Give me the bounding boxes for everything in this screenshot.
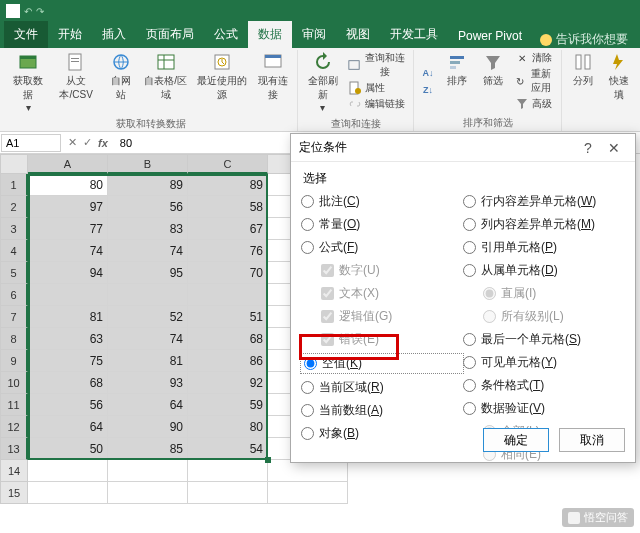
redo-icon[interactable]: ↷ [36, 6, 44, 17]
opt-last-cell[interactable]: 最后一个单元格(S) [463, 331, 625, 348]
cell[interactable] [28, 284, 108, 306]
opt-blanks[interactable]: 空值(K) [301, 354, 463, 373]
tab-review[interactable]: 审阅 [292, 21, 336, 48]
refresh-all-button[interactable]: 全部刷新▾ [302, 50, 343, 115]
ok-button[interactable]: 确定 [483, 428, 549, 452]
cell[interactable]: 58 [188, 196, 268, 218]
tab-layout[interactable]: 页面布局 [136, 21, 204, 48]
cell[interactable]: 50 [28, 438, 108, 460]
from-table-button[interactable]: 自表格/区域 [140, 50, 191, 115]
cell[interactable]: 68 [28, 372, 108, 394]
cell[interactable]: 56 [108, 196, 188, 218]
cell[interactable] [268, 482, 348, 504]
opt-dependents[interactable]: 从属单元格(D) [463, 262, 625, 279]
cell[interactable] [28, 460, 108, 482]
cell[interactable]: 97 [28, 196, 108, 218]
edit-links-button[interactable]: 编辑链接 [345, 96, 409, 112]
sort-desc-button[interactable]: Z↓ [418, 82, 438, 98]
opt-comments[interactable]: 批注(C) [301, 193, 463, 210]
cell[interactable]: 80 [188, 416, 268, 438]
row-header[interactable]: 6 [0, 284, 28, 306]
cell[interactable] [188, 284, 268, 306]
col-header[interactable]: B [108, 154, 188, 174]
cell[interactable]: 90 [108, 416, 188, 438]
cell[interactable] [268, 460, 348, 482]
cell[interactable]: 54 [188, 438, 268, 460]
name-box[interactable] [1, 134, 61, 152]
cell[interactable]: 81 [108, 350, 188, 372]
row-header[interactable]: 12 [0, 416, 28, 438]
cell[interactable]: 52 [108, 306, 188, 328]
from-csv-button[interactable]: 从文本/CSV [50, 50, 102, 115]
cancel-icon[interactable]: ✕ [68, 136, 77, 149]
fx-icon[interactable]: fx [98, 137, 108, 149]
cell[interactable]: 74 [28, 240, 108, 262]
queries-conn-button[interactable]: 查询和连接 [345, 50, 409, 80]
cell[interactable]: 63 [28, 328, 108, 350]
cell[interactable]: 93 [108, 372, 188, 394]
select-all-corner[interactable] [0, 154, 28, 174]
text-to-columns-button[interactable]: 分列 [566, 50, 600, 104]
dialog-titlebar[interactable]: 定位条件 ? ✕ [291, 134, 635, 162]
tab-home[interactable]: 开始 [48, 21, 92, 48]
opt-formulas[interactable]: 公式(F) [301, 239, 463, 256]
properties-button[interactable]: 属性 [345, 80, 409, 96]
row-header[interactable]: 15 [0, 482, 28, 504]
opt-objects[interactable]: 对象(B) [301, 425, 463, 442]
sort-asc-button[interactable]: A↓ [418, 65, 438, 81]
col-header[interactable]: A [28, 154, 108, 174]
get-data-button[interactable]: 获取数据▾ [8, 50, 48, 115]
existing-conn-button[interactable]: 现有连接 [253, 50, 293, 115]
row-header[interactable]: 3 [0, 218, 28, 240]
row-header[interactable]: 11 [0, 394, 28, 416]
clear-filter-button[interactable]: ✕清除 [512, 50, 557, 66]
opt-precedents[interactable]: 引用单元格(P) [463, 239, 625, 256]
tell-me[interactable]: 告诉我你想要 [540, 31, 628, 48]
opt-visible[interactable]: 可见单元格(Y) [463, 354, 625, 371]
cell[interactable]: 85 [108, 438, 188, 460]
cell[interactable]: 64 [108, 394, 188, 416]
cell[interactable]: 76 [188, 240, 268, 262]
recent-sources-button[interactable]: 最近使用的源 [193, 50, 250, 115]
tab-data[interactable]: 数据 [248, 21, 292, 48]
accept-icon[interactable]: ✓ [83, 136, 92, 149]
cell[interactable]: 77 [28, 218, 108, 240]
cell[interactable]: 86 [188, 350, 268, 372]
cell[interactable] [108, 284, 188, 306]
cell[interactable]: 74 [108, 328, 188, 350]
cell[interactable]: 75 [28, 350, 108, 372]
cell[interactable] [28, 482, 108, 504]
cell[interactable]: 80 [28, 174, 108, 196]
tab-file[interactable]: 文件 [4, 21, 48, 48]
row-header[interactable]: 10 [0, 372, 28, 394]
cell[interactable]: 68 [188, 328, 268, 350]
cell[interactable]: 51 [188, 306, 268, 328]
row-header[interactable]: 7 [0, 306, 28, 328]
tab-powerpivot[interactable]: Power Pivot [448, 24, 532, 48]
from-web-button[interactable]: 自网站 [104, 50, 138, 115]
filter-button[interactable]: 筛选 [476, 50, 510, 112]
opt-cond-format[interactable]: 条件格式(T) [463, 377, 625, 394]
sort-button[interactable]: 排序 [440, 50, 474, 112]
row-header[interactable]: 14 [0, 460, 28, 482]
flash-fill-button[interactable]: 快速填 [602, 50, 636, 104]
opt-current-array[interactable]: 当前数组(A) [301, 402, 463, 419]
cell[interactable]: 70 [188, 262, 268, 284]
cancel-button[interactable]: 取消 [559, 428, 625, 452]
cell[interactable]: 89 [108, 174, 188, 196]
row-header[interactable]: 13 [0, 438, 28, 460]
cell[interactable]: 59 [188, 394, 268, 416]
cell[interactable]: 64 [28, 416, 108, 438]
opt-row-diff[interactable]: 行内容差异单元格(W) [463, 193, 625, 210]
cell[interactable] [108, 460, 188, 482]
cell[interactable]: 89 [188, 174, 268, 196]
cell[interactable] [188, 460, 268, 482]
cell[interactable] [108, 482, 188, 504]
help-icon[interactable]: ? [575, 140, 601, 156]
formula-value[interactable]: 80 [114, 135, 138, 151]
cell[interactable]: 83 [108, 218, 188, 240]
cell[interactable]: 81 [28, 306, 108, 328]
row-header[interactable]: 4 [0, 240, 28, 262]
row-header[interactable]: 1 [0, 174, 28, 196]
fill-handle[interactable] [265, 457, 271, 463]
